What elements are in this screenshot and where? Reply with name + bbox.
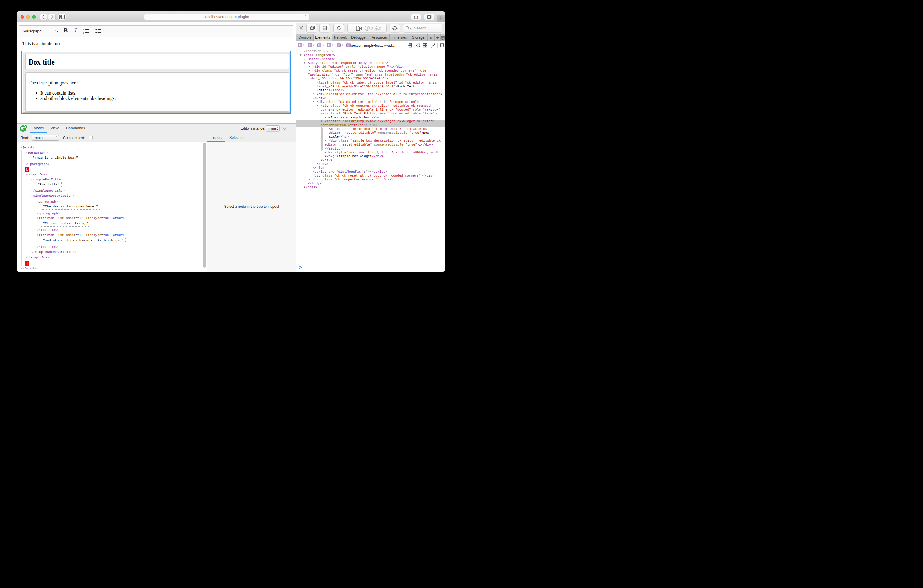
svg-text:5: 5 [25, 126, 26, 128]
svg-text:2: 2 [83, 31, 85, 34]
svg-text:1: 1 [83, 28, 85, 31]
